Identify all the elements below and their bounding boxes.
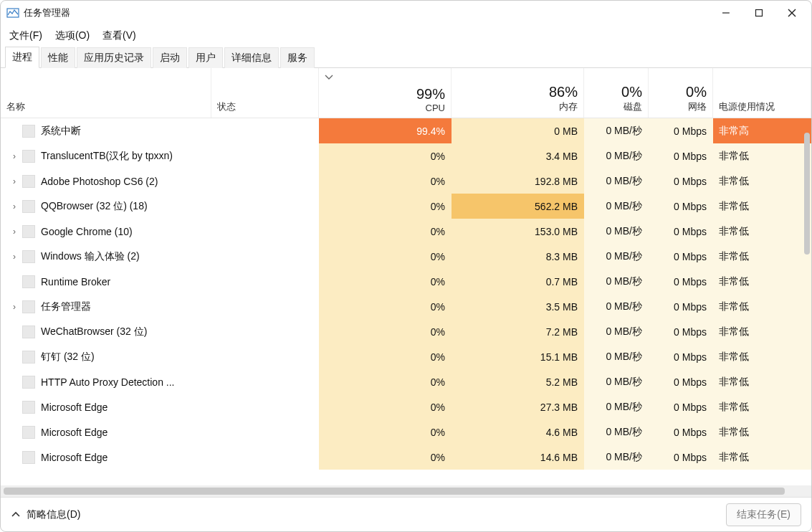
power-cell: 非常低 [713, 294, 811, 319]
process-name-cell[interactable]: 系统中断 [1, 118, 211, 143]
col-header-power[interactable]: 电源使用情况 [713, 68, 811, 118]
minimize-button[interactable] [710, 1, 742, 24]
table-row[interactable]: ›QQBrowser (32 位) (18)0%562.2 MB0 MB/秒0 … [1, 194, 811, 219]
cpu-cell: 0% [319, 319, 452, 344]
expander-icon[interactable]: › [6, 151, 22, 161]
disk-cell: 0 MB/秒 [584, 319, 649, 344]
close-button[interactable] [775, 1, 808, 24]
network-cell: 0 Mbps [649, 419, 713, 445]
expander-icon[interactable]: › [6, 201, 22, 212]
table-row[interactable]: ›Adobe Photoshop CS6 (2)0%192.8 MB0 MB/秒… [1, 168, 811, 194]
tab-1[interactable]: 性能 [41, 47, 75, 68]
summary-toggle[interactable]: 简略信息(D) [27, 508, 80, 521]
cpu-cell: 0% [319, 244, 452, 269]
table-row[interactable]: ›Windows 输入体验 (2)0%8.3 MB0 MB/秒0 Mbps非常低 [1, 244, 811, 269]
cpu-cell: 99.4% [319, 118, 452, 143]
disk-cell: 0 MB/秒 [584, 419, 649, 445]
power-cell: 非常低 [713, 419, 811, 445]
process-name-cell[interactable]: Microsoft Edge [1, 445, 211, 470]
titlebar[interactable]: 任务管理器 [1, 1, 811, 25]
memory-cell: 3.4 MB [452, 143, 584, 168]
col-label-disk: 磁盘 [590, 100, 642, 113]
table-row[interactable]: 钉钉 (32 位)0%15.1 MB0 MB/秒0 Mbps非常低 [1, 344, 811, 369]
process-name-cell[interactable]: ›任务管理器 [1, 294, 211, 319]
tab-5[interactable]: 详细信息 [224, 47, 279, 68]
end-task-button[interactable]: 结束任务(E) [726, 503, 801, 526]
table-row[interactable]: ›任务管理器0%3.5 MB0 MB/秒0 Mbps非常低 [1, 294, 811, 319]
col-label-power: 电源使用情况 [719, 100, 805, 113]
tab-4[interactable]: 用户 [188, 47, 223, 68]
power-cell: 非常低 [713, 394, 811, 419]
process-name: 钉钉 (32 位) [41, 351, 95, 364]
status-cell [211, 445, 319, 470]
expander-icon[interactable]: › [6, 252, 22, 262]
process-name: 系统中断 [41, 125, 81, 138]
process-name: QQBrowser (32 位) (18) [41, 200, 148, 213]
cpu-cell: 0% [319, 269, 452, 294]
process-name: Microsoft Edge [41, 402, 108, 413]
expander-icon[interactable]: › [6, 302, 22, 312]
process-name-cell[interactable]: Microsoft Edge [1, 394, 211, 419]
network-cell: 0 Mbps [649, 269, 713, 294]
memory-cell: 562.2 MB [452, 194, 584, 219]
cpu-cell: 0% [319, 419, 452, 445]
table-row[interactable]: Runtime Broker0%0.7 MB0 MB/秒0 Mbps非常低 [1, 269, 811, 294]
disk-cell: 0 MB/秒 [584, 394, 649, 419]
col-header-memory[interactable]: 86% 内存 [452, 68, 584, 118]
table-row[interactable]: Microsoft Edge0%27.3 MB0 MB/秒0 Mbps非常低 [1, 394, 811, 419]
tab-0[interactable]: 进程 [5, 47, 39, 68]
tab-3[interactable]: 启动 [153, 47, 187, 68]
menu-options[interactable]: 选项(O) [55, 29, 90, 42]
process-name: Runtime Broker [41, 276, 110, 288]
process-icon [22, 451, 35, 464]
process-name-cell[interactable]: HTTP Auto Proxy Detection ... [1, 369, 211, 394]
menu-file[interactable]: 文件(F) [9, 29, 42, 42]
col-header-name[interactable]: 名称 [1, 68, 211, 118]
status-cell [211, 344, 319, 369]
process-name-cell[interactable]: Microsoft Edge [1, 419, 211, 445]
memory-cell: 3.5 MB [452, 294, 584, 319]
horizontal-scrollbar-thumb[interactable] [4, 488, 785, 495]
process-name-cell[interactable]: ›Windows 输入体验 (2) [1, 244, 211, 269]
menu-view[interactable]: 查看(V) [102, 29, 136, 42]
process-icon [22, 275, 35, 288]
network-cell: 0 Mbps [649, 394, 713, 419]
table-body: 系统中断99.4%0 MB0 MB/秒0 Mbps非常高›Translucent… [1, 118, 811, 485]
process-name-cell[interactable]: ›Adobe Photoshop CS6 (2) [1, 168, 211, 194]
process-name-cell[interactable]: ›QQBrowser (32 位) (18) [1, 194, 211, 219]
process-name: HTTP Auto Proxy Detection ... [41, 376, 174, 388]
power-cell: 非常低 [713, 194, 811, 219]
process-name-cell[interactable]: ›Google Chrome (10) [1, 219, 211, 244]
process-icon [22, 225, 35, 238]
process-icon [22, 376, 35, 389]
table-row[interactable]: 系统中断99.4%0 MB0 MB/秒0 Mbps非常高 [1, 118, 811, 143]
col-header-status[interactable]: 状态 [211, 68, 319, 118]
col-header-disk[interactable]: 0% 磁盘 [584, 68, 649, 118]
process-name-cell[interactable]: 钉钉 (32 位) [1, 344, 211, 369]
horizontal-scrollbar[interactable] [1, 485, 811, 497]
process-icon [22, 351, 35, 364]
process-name-cell[interactable]: WeChatBrowser (32 位) [1, 319, 211, 344]
power-cell: 非常低 [713, 369, 811, 394]
table-row[interactable]: ›Google Chrome (10)0%153.0 MB0 MB/秒0 Mbp… [1, 219, 811, 244]
status-cell [211, 168, 319, 194]
tab-2[interactable]: 应用历史记录 [77, 47, 151, 68]
col-header-cpu[interactable]: 99% CPU [319, 68, 452, 118]
table-row[interactable]: ›TranslucentTB(汉化 by tpxxn)0%3.4 MB0 MB/… [1, 143, 811, 168]
process-name-cell[interactable]: Runtime Broker [1, 269, 211, 294]
chevron-up-icon [11, 510, 21, 520]
memory-cell: 8.3 MB [452, 244, 584, 269]
tab-6[interactable]: 服务 [280, 47, 315, 68]
table-row[interactable]: Microsoft Edge0%14.6 MB0 MB/秒0 Mbps非常低 [1, 445, 811, 470]
process-icon [22, 150, 35, 163]
vertical-scrollbar[interactable] [804, 133, 810, 255]
table-row[interactable]: WeChatBrowser (32 位)0%7.2 MB0 MB/秒0 Mbps… [1, 319, 811, 344]
process-name-cell[interactable]: ›TranslucentTB(汉化 by tpxxn) [1, 143, 211, 168]
maximize-button[interactable] [742, 1, 775, 24]
table-row[interactable]: Microsoft Edge0%4.6 MB0 MB/秒0 Mbps非常低 [1, 419, 811, 445]
table-row[interactable]: HTTP Auto Proxy Detection ...0%5.2 MB0 M… [1, 369, 811, 394]
window-title: 任务管理器 [24, 6, 70, 19]
expander-icon[interactable]: › [6, 176, 22, 186]
expander-icon[interactable]: › [6, 227, 22, 237]
col-header-network[interactable]: 0% 网络 [649, 68, 713, 118]
